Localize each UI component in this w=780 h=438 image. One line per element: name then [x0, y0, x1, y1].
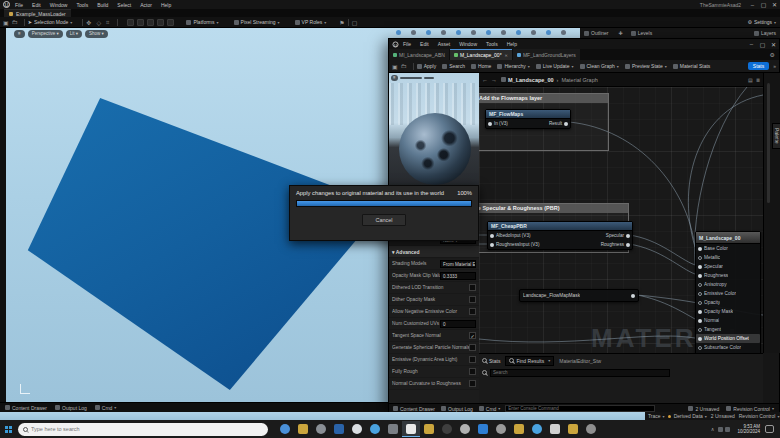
taskbar-clock[interactable]: 9:53 AM 10/20/2024 [737, 424, 760, 434]
taskbar-search-input[interactable] [31, 426, 263, 432]
details-value-field[interactable]: 0 [440, 320, 476, 328]
taskbar-app-button[interactable] [546, 421, 564, 437]
pin-dot-icon[interactable] [698, 256, 702, 260]
settings-button[interactable]: ⚙ Settings▾ [747, 19, 776, 25]
graph-scrollbar[interactable] [767, 83, 770, 203]
asset-tab[interactable]: MF_LandGroundLayers [513, 49, 580, 60]
pin-dot-icon[interactable] [698, 247, 702, 251]
content-browser-icon[interactable]: 🗀 [12, 19, 18, 25]
details-section-header[interactable]: ▾ Advanced [389, 246, 479, 258]
vp-roles-button[interactable]: VP Roles▾ [295, 19, 327, 25]
taskbar-app-button[interactable] [564, 421, 582, 437]
pbr-node[interactable]: MF_CheapPBR AlbedoInput (V3)SpecularRoug… [487, 221, 633, 250]
menu-item-tools[interactable]: Tools [76, 2, 88, 8]
taskbar-app-button[interactable] [348, 421, 366, 437]
menu-item-tools[interactable]: Tools [486, 41, 498, 47]
pin-dot-icon[interactable] [698, 319, 702, 323]
viewport-bookmark-icon[interactable] [501, 30, 506, 35]
result-pin-row[interactable]: Base Color [696, 244, 760, 253]
taskbar-app-button[interactable] [456, 421, 474, 437]
mode-icon[interactable] [127, 19, 134, 26]
unsaved-indicator[interactable]: 2 Unsaved [711, 413, 735, 419]
pin-dot-icon[interactable] [698, 301, 702, 305]
taskbar-app-button[interactable] [474, 421, 492, 437]
result-pin-row[interactable]: Opacity [696, 298, 760, 307]
pin-dot-icon[interactable] [698, 265, 702, 269]
menu-item-window[interactable]: Window [50, 2, 68, 8]
result-pin-row[interactable]: Subsurface Color [696, 343, 760, 352]
pixel-streaming-button[interactable]: Pixel Streaming▾ [234, 19, 280, 25]
bell-icon[interactable]: ⚑ [339, 19, 344, 26]
details-checkbox[interactable] [469, 356, 476, 363]
notification-center-icon[interactable] [765, 425, 774, 433]
details-value-field[interactable]: 0.3333 [440, 272, 476, 280]
hierarchy-button[interactable]: Hierarchy▾ [497, 63, 529, 69]
preview-sphere[interactable] [399, 113, 471, 185]
cancel-button[interactable]: Cancel [362, 214, 405, 226]
pin-dot-icon[interactable] [698, 292, 702, 296]
viewport-bookmark-icon[interactable] [561, 30, 566, 35]
material-stats-button[interactable]: Material Stats [673, 63, 711, 69]
preview-view-pill[interactable] [400, 77, 422, 79]
preview-state-button[interactable]: Preview State▾ [625, 63, 667, 69]
result-pin-row[interactable]: Opacity Mask [696, 307, 760, 316]
taskbar-app-button[interactable] [510, 421, 528, 437]
tab-levels[interactable]: Levels [631, 30, 652, 36]
comment-flowmaps-title[interactable]: Add the Flowmaps layer [479, 94, 608, 103]
result-pin-row[interactable]: Normal [696, 316, 760, 325]
back-icon[interactable]: ← [482, 77, 488, 83]
taskbar-app-button[interactable] [276, 421, 294, 437]
taskbar-app-button[interactable] [330, 421, 348, 437]
details-checkbox[interactable] [469, 344, 476, 351]
comment-pbr-title[interactable]: Give Specular & Roughness (PBR) [479, 204, 628, 213]
minimize-button[interactable]: – [746, 41, 757, 47]
viewport-bookmark-icon[interactable] [471, 30, 476, 35]
taskbar-app-button[interactable] [438, 421, 456, 437]
show-dropdown[interactable]: Show ▾ [85, 30, 108, 38]
asset-tab[interactable]: M_Landscape_00*✕ [450, 49, 512, 60]
menu-item-help[interactable]: Help [507, 41, 517, 47]
input-pin[interactable]: RoughnessInput (V3) [490, 242, 539, 247]
viewport-bookmark-icon[interactable] [426, 30, 431, 35]
grid-icon[interactable]: ⌗ [106, 19, 109, 26]
viewport-bookmark-icon[interactable] [441, 30, 446, 35]
viewport-bookmark-icon[interactable] [486, 30, 491, 35]
preview-menu-icon[interactable]: ≡ [391, 75, 398, 81]
graph-search-input[interactable] [490, 369, 670, 377]
mode-icon[interactable] [157, 19, 164, 26]
mask-node[interactable]: Landscape_FlowMapMask [519, 289, 639, 302]
taskbar-app-button[interactable] [384, 421, 402, 437]
pin-dot-icon[interactable] [698, 346, 702, 350]
level-tab[interactable]: Example_MassLoader [4, 9, 71, 17]
tab-find-results[interactable]: Find Results ▾ [505, 356, 554, 366]
menu-item-window[interactable]: Window [459, 41, 477, 47]
viewport-bookmark-icon[interactable] [411, 30, 416, 35]
output-pin[interactable] [564, 122, 568, 126]
snap-icon[interactable]: ◇ [96, 19, 101, 26]
derived-data-dropdown[interactable]: Derived Data▾ [674, 413, 707, 419]
pin-dot-icon[interactable] [698, 328, 702, 332]
pin-dot-icon[interactable] [626, 243, 630, 247]
details-checkbox[interactable] [469, 284, 476, 291]
result-pin-row[interactable]: Metallic [696, 253, 760, 262]
trace-dropdown[interactable]: Trace▾ [648, 413, 665, 419]
menu-item-actor[interactable]: Actor [140, 2, 152, 8]
output-log-button[interactable]: Output Log [441, 406, 473, 412]
pin-dot-icon[interactable] [698, 274, 702, 278]
details-dropdown[interactable]: From Material Expression ▾ [440, 260, 476, 268]
flowmap-node[interactable]: MF_FlowMaps In (V3) Result [485, 109, 571, 129]
close-button[interactable]: ✕ [769, 1, 780, 8]
tray-network-icon[interactable] [718, 427, 723, 432]
taskbar-app-button[interactable] [492, 421, 510, 437]
viewport-menu-icon[interactable]: ≡ [14, 30, 25, 38]
save-icon[interactable]: ▣ [392, 63, 398, 70]
material-result-node[interactable]: M_Landscape_00 Base ColorMetallicSpecula… [695, 231, 761, 353]
pin-dot-icon[interactable] [490, 243, 494, 247]
lit-dropdown[interactable]: Lit ▾ [66, 30, 82, 38]
taskbar-app-button[interactable] [582, 421, 600, 437]
content-drawer-button[interactable]: Content Drawer [5, 405, 47, 411]
result-pin-row[interactable]: Emissive Color [696, 289, 760, 298]
perspective-dropdown[interactable]: Perspective ▾ [28, 30, 63, 38]
cmd-dropdown[interactable]: Cmd▾ [479, 406, 501, 412]
close-button[interactable]: ✕ [768, 41, 779, 48]
